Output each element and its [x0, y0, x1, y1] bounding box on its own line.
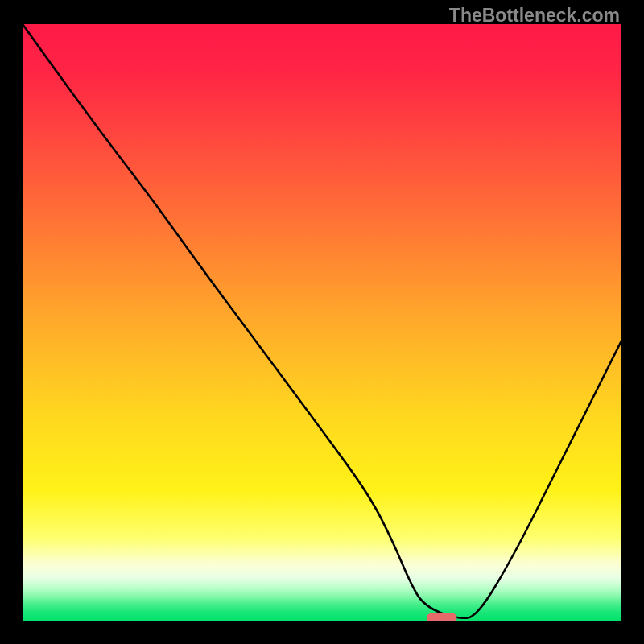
watermark-text: TheBottleneck.com — [449, 5, 620, 27]
chart-frame: TheBottleneck.com — [0, 0, 644, 644]
plot-area — [23, 24, 621, 621]
gradient-background — [23, 24, 621, 621]
optimal-marker — [427, 613, 456, 621]
chart-svg — [23, 24, 621, 621]
